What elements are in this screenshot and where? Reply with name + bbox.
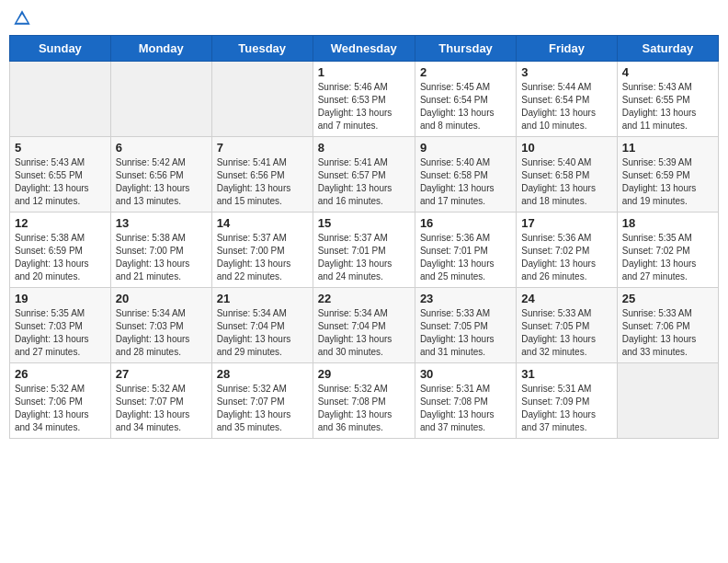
calendar-cell: 8Sunrise: 5:41 AM Sunset: 6:57 PM Daylig… (313, 137, 415, 213)
day-number: 20 (116, 292, 207, 305)
day-number: 22 (318, 292, 410, 305)
day-number: 4 (622, 65, 713, 79)
day-info: Sunrise: 5:41 AM Sunset: 6:56 PM Dayligh… (217, 156, 308, 208)
day-info: Sunrise: 5:34 AM Sunset: 7:04 PM Dayligh… (217, 307, 308, 359)
day-number: 18 (622, 216, 713, 230)
day-info: Sunrise: 5:32 AM Sunset: 7:07 PM Dayligh… (116, 383, 207, 434)
calendar-cell: 7Sunrise: 5:41 AM Sunset: 6:56 PM Daylig… (211, 137, 313, 213)
day-number: 5 (15, 141, 106, 155)
day-number: 13 (116, 216, 207, 230)
day-number: 25 (622, 292, 713, 305)
day-info: Sunrise: 5:35 AM Sunset: 7:02 PM Dayligh… (622, 232, 713, 283)
day-number: 29 (318, 367, 410, 381)
day-info: Sunrise: 5:35 AM Sunset: 7:03 PM Dayligh… (15, 307, 106, 359)
day-info: Sunrise: 5:33 AM Sunset: 7:05 PM Dayligh… (521, 307, 611, 359)
day-of-week-header: Sunday (10, 36, 111, 62)
day-number: 26 (15, 367, 106, 381)
day-number: 7 (217, 141, 308, 155)
day-info: Sunrise: 5:39 AM Sunset: 6:59 PM Dayligh… (622, 156, 713, 208)
calendar-cell: 18Sunrise: 5:35 AM Sunset: 7:02 PM Dayli… (617, 213, 718, 288)
calendar-cell: 25Sunrise: 5:33 AM Sunset: 7:06 PM Dayli… (617, 288, 718, 363)
day-number: 23 (420, 292, 511, 305)
calendar-cell: 11Sunrise: 5:39 AM Sunset: 6:59 PM Dayli… (617, 137, 718, 213)
calendar-cell: 31Sunrise: 5:31 AM Sunset: 7:09 PM Dayli… (517, 363, 617, 439)
day-number: 24 (521, 292, 611, 305)
calendar-cell: 30Sunrise: 5:31 AM Sunset: 7:08 PM Dayli… (415, 363, 516, 439)
day-info: Sunrise: 5:43 AM Sunset: 6:55 PM Dayligh… (15, 156, 106, 208)
day-number: 27 (116, 367, 207, 381)
day-info: Sunrise: 5:42 AM Sunset: 6:56 PM Dayligh… (116, 156, 207, 208)
day-number: 8 (318, 141, 410, 155)
calendar-week-row: 5Sunrise: 5:43 AM Sunset: 6:55 PM Daylig… (10, 137, 719, 213)
day-of-week-header: Thursday (415, 36, 516, 62)
calendar-cell (617, 363, 718, 439)
calendar-cell: 21Sunrise: 5:34 AM Sunset: 7:04 PM Dayli… (211, 288, 313, 363)
calendar-cell: 9Sunrise: 5:40 AM Sunset: 6:58 PM Daylig… (415, 137, 516, 213)
day-number: 28 (217, 367, 308, 381)
calendar-cell: 17Sunrise: 5:36 AM Sunset: 7:02 PM Dayli… (517, 213, 617, 288)
day-of-week-header: Tuesday (211, 36, 313, 62)
day-info: Sunrise: 5:34 AM Sunset: 7:03 PM Dayligh… (116, 307, 207, 359)
calendar-cell: 1Sunrise: 5:46 AM Sunset: 6:53 PM Daylig… (313, 62, 415, 137)
day-info: Sunrise: 5:31 AM Sunset: 7:08 PM Dayligh… (420, 383, 511, 434)
calendar-cell: 5Sunrise: 5:43 AM Sunset: 6:55 PM Daylig… (10, 137, 111, 213)
calendar-cell: 28Sunrise: 5:32 AM Sunset: 7:07 PM Dayli… (211, 363, 313, 439)
day-info: Sunrise: 5:40 AM Sunset: 6:58 PM Dayligh… (420, 156, 511, 208)
calendar-cell: 23Sunrise: 5:33 AM Sunset: 7:05 PM Dayli… (415, 288, 516, 363)
day-info: Sunrise: 5:37 AM Sunset: 7:00 PM Dayligh… (217, 232, 308, 283)
calendar-cell: 4Sunrise: 5:43 AM Sunset: 6:55 PM Daylig… (617, 62, 718, 137)
day-number: 10 (521, 141, 611, 155)
calendar-cell: 20Sunrise: 5:34 AM Sunset: 7:03 PM Dayli… (110, 288, 211, 363)
day-info: Sunrise: 5:34 AM Sunset: 7:04 PM Dayligh… (318, 307, 410, 359)
calendar-header-row: SundayMondayTuesdayWednesdayThursdayFrid… (10, 36, 719, 62)
day-info: Sunrise: 5:36 AM Sunset: 7:01 PM Dayligh… (420, 232, 511, 283)
calendar-cell: 13Sunrise: 5:38 AM Sunset: 7:00 PM Dayli… (110, 213, 211, 288)
calendar-week-row: 19Sunrise: 5:35 AM Sunset: 7:03 PM Dayli… (10, 288, 719, 363)
calendar-table: SundayMondayTuesdayWednesdayThursdayFrid… (9, 35, 719, 439)
calendar-cell: 6Sunrise: 5:42 AM Sunset: 6:56 PM Daylig… (110, 137, 211, 213)
day-info: Sunrise: 5:44 AM Sunset: 6:54 PM Dayligh… (521, 81, 611, 132)
calendar-cell: 27Sunrise: 5:32 AM Sunset: 7:07 PM Dayli… (110, 363, 211, 439)
day-number: 12 (15, 216, 106, 230)
day-of-week-header: Wednesday (313, 36, 415, 62)
day-number: 11 (622, 141, 713, 155)
logo (13, 9, 35, 28)
calendar-cell: 3Sunrise: 5:44 AM Sunset: 6:54 PM Daylig… (517, 62, 617, 137)
calendar-cell (10, 62, 111, 137)
day-number: 31 (521, 367, 611, 381)
calendar-cell (211, 62, 313, 137)
day-info: Sunrise: 5:32 AM Sunset: 7:07 PM Dayligh… (217, 383, 308, 434)
day-number: 30 (420, 367, 511, 381)
day-info: Sunrise: 5:46 AM Sunset: 6:53 PM Dayligh… (318, 81, 410, 132)
day-info: Sunrise: 5:40 AM Sunset: 6:58 PM Dayligh… (521, 156, 611, 208)
calendar-cell: 15Sunrise: 5:37 AM Sunset: 7:01 PM Dayli… (313, 213, 415, 288)
calendar-cell: 29Sunrise: 5:32 AM Sunset: 7:08 PM Dayli… (313, 363, 415, 439)
day-info: Sunrise: 5:32 AM Sunset: 7:08 PM Dayligh… (318, 383, 410, 434)
day-info: Sunrise: 5:33 AM Sunset: 7:06 PM Dayligh… (622, 307, 713, 359)
day-number: 19 (15, 292, 106, 305)
day-number: 16 (420, 216, 511, 230)
calendar-week-row: 1Sunrise: 5:46 AM Sunset: 6:53 PM Daylig… (10, 62, 719, 137)
day-number: 1 (318, 65, 410, 79)
calendar-week-row: 12Sunrise: 5:38 AM Sunset: 6:59 PM Dayli… (10, 213, 719, 288)
day-number: 17 (521, 216, 611, 230)
day-number: 14 (217, 216, 308, 230)
day-number: 15 (318, 216, 410, 230)
day-number: 6 (116, 141, 207, 155)
day-info: Sunrise: 5:45 AM Sunset: 6:54 PM Dayligh… (420, 81, 511, 132)
calendar-week-row: 26Sunrise: 5:32 AM Sunset: 7:06 PM Dayli… (10, 363, 719, 439)
calendar-cell: 19Sunrise: 5:35 AM Sunset: 7:03 PM Dayli… (10, 288, 111, 363)
day-of-week-header: Saturday (617, 36, 718, 62)
day-number: 3 (521, 65, 611, 79)
day-info: Sunrise: 5:37 AM Sunset: 7:01 PM Dayligh… (318, 232, 410, 283)
calendar-cell: 22Sunrise: 5:34 AM Sunset: 7:04 PM Dayli… (313, 288, 415, 363)
day-number: 2 (420, 65, 511, 79)
day-info: Sunrise: 5:38 AM Sunset: 6:59 PM Dayligh… (15, 232, 106, 283)
calendar-cell: 14Sunrise: 5:37 AM Sunset: 7:00 PM Dayli… (211, 213, 313, 288)
calendar-cell: 12Sunrise: 5:38 AM Sunset: 6:59 PM Dayli… (10, 213, 111, 288)
calendar-cell: 10Sunrise: 5:40 AM Sunset: 6:58 PM Dayli… (517, 137, 617, 213)
day-info: Sunrise: 5:41 AM Sunset: 6:57 PM Dayligh… (318, 156, 410, 208)
day-number: 9 (420, 141, 511, 155)
page-header (9, 9, 719, 28)
day-info: Sunrise: 5:38 AM Sunset: 7:00 PM Dayligh… (116, 232, 207, 283)
